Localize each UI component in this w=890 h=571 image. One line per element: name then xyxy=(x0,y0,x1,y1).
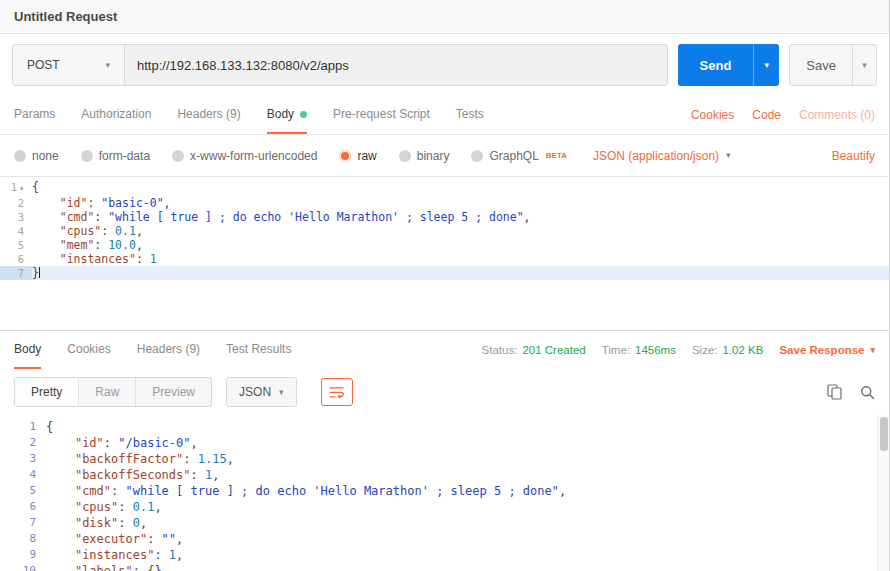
body-content-dot xyxy=(300,111,307,118)
text-cursor xyxy=(39,267,40,278)
size-label: Size: xyxy=(692,344,718,356)
code-line-4: 4 "backoffSeconds": 1, xyxy=(0,467,889,483)
code-text[interactable]: "disk": 0, xyxy=(46,515,147,531)
time-label: Time: xyxy=(602,344,630,356)
response-body-area: 1{2 "id": "/basic-0",3 "backoffFactor": … xyxy=(0,415,889,571)
response-body-editor[interactable]: 1{2 "id": "/basic-0",3 "backoffFactor": … xyxy=(0,419,889,571)
code-text[interactable]: "backoffFactor": 1.15, xyxy=(46,451,234,467)
tab-authorization[interactable]: Authorization xyxy=(81,96,151,134)
request-titlebar: Untitled Request xyxy=(0,0,889,34)
save-button[interactable]: Save ▾ xyxy=(789,44,877,86)
tab-headers[interactable]: Headers (9) xyxy=(177,96,240,134)
tab-label: Test Results xyxy=(226,342,291,356)
code-text[interactable]: "cpus": 0.1, xyxy=(32,224,143,238)
tab-label: Params xyxy=(14,107,55,121)
cookies-link[interactable]: Cookies xyxy=(691,108,734,122)
code-text[interactable]: } xyxy=(32,266,40,280)
body-type-urlencoded[interactable]: x-www-form-urlencoded xyxy=(172,149,317,163)
code-text[interactable]: "executor": "", xyxy=(46,531,183,547)
code-line-6: 6 "instances": 1 xyxy=(0,252,889,266)
response-toolbar: Pretty Raw Preview JSON ▾ xyxy=(0,369,889,415)
code-text[interactable]: "cpus": 0.1, xyxy=(46,499,162,515)
code-text[interactable]: "cmd": "while [ true ] ; do echo 'Hello … xyxy=(46,483,566,499)
code-text[interactable]: "cmd": "while [ true ] ; do echo 'Hello … xyxy=(32,210,531,224)
response-scrollbar[interactable] xyxy=(877,415,889,571)
view-pretty-button[interactable]: Pretty xyxy=(15,378,78,406)
size-pair: Size: 1.02 KB xyxy=(692,344,764,356)
chevron-down-icon: ▾ xyxy=(765,61,770,70)
send-button[interactable]: Send ▾ xyxy=(678,44,780,86)
tab-params[interactable]: Params xyxy=(14,96,55,134)
search-response-button[interactable] xyxy=(860,385,875,400)
wrap-text-button[interactable] xyxy=(321,378,353,406)
view-mode-group: Pretty Raw Preview xyxy=(14,377,212,407)
code-line-4: 4 "cpus": 0.1, xyxy=(0,224,889,238)
tab-label: Headers (9) xyxy=(177,107,240,121)
code-text[interactable]: "instances": 1, xyxy=(46,547,183,563)
code-line-8: 8 "executor": "", xyxy=(0,531,889,547)
tab-pre-request-script[interactable]: Pre-request Script xyxy=(333,96,430,134)
content-type-select[interactable]: JSON (application/json) ▾ xyxy=(593,149,731,163)
request-title: Untitled Request xyxy=(14,9,117,24)
code-text[interactable]: { xyxy=(46,419,53,435)
beautify-button[interactable]: Beautify xyxy=(832,149,875,163)
size-value: 1.02 KB xyxy=(723,344,764,356)
code-line-9: 9 "instances": 1, xyxy=(0,547,889,563)
code-text[interactable]: { xyxy=(32,180,39,196)
status-value: 201 Created xyxy=(522,344,585,356)
code-text[interactable]: "id": "basic-0", xyxy=(32,196,171,210)
body-type-form-data[interactable]: form-data xyxy=(81,149,150,163)
view-raw-button[interactable]: Raw xyxy=(78,378,135,406)
code-line-1: 1▾{ xyxy=(0,180,889,196)
code-text[interactable]: "labels": {}, xyxy=(46,563,169,571)
copy-response-button[interactable] xyxy=(827,384,842,400)
scrollbar-thumb[interactable] xyxy=(880,417,888,451)
editor-empty-area xyxy=(0,281,889,330)
code-line-6: 6 "cpus": 0.1, xyxy=(0,499,889,515)
tab-label: Body xyxy=(14,342,41,356)
response-tab-body[interactable]: Body xyxy=(14,331,41,369)
code-text[interactable]: "instances": 1 xyxy=(32,252,157,266)
method-select[interactable]: POST ▾ xyxy=(13,45,125,85)
body-type-graphql[interactable]: GraphQL BETA xyxy=(471,149,567,163)
code-link[interactable]: Code xyxy=(752,108,781,122)
view-preview-button[interactable]: Preview xyxy=(135,378,211,406)
radio-icon xyxy=(81,150,93,162)
code-text[interactable]: "mem": 10.0, xyxy=(32,238,143,252)
code-text[interactable]: "backoffSeconds": 1, xyxy=(46,467,219,483)
request-body-editor[interactable]: 1▾{2 "id": "basic-0",3 "cmd": "while [ t… xyxy=(0,177,889,281)
body-type-raw[interactable]: raw xyxy=(339,149,376,163)
code-text[interactable]: "id": "/basic-0", xyxy=(46,435,198,451)
tab-label: Tests xyxy=(456,107,484,121)
tab-tests[interactable]: Tests xyxy=(456,96,484,134)
code-line-5: 5 "mem": 10.0, xyxy=(0,238,889,252)
line-number: 3 xyxy=(0,451,46,467)
radio-icon xyxy=(172,150,184,162)
url-group: POST ▾ xyxy=(12,44,668,86)
url-input[interactable] xyxy=(125,45,667,85)
status-pair: Status: 201 Created xyxy=(482,344,586,356)
tab-body[interactable]: Body xyxy=(267,96,307,134)
response-tab-test-results[interactable]: Test Results xyxy=(226,331,291,369)
chevron-down-icon: ▾ xyxy=(870,346,875,355)
option-label: binary xyxy=(417,149,450,163)
fold-caret-icon[interactable]: ▾ xyxy=(19,184,24,193)
save-options-button[interactable]: ▾ xyxy=(852,45,876,85)
comments-link[interactable]: Comments (0) xyxy=(799,108,875,122)
send-options-button[interactable]: ▾ xyxy=(753,44,779,86)
radio-selected-icon xyxy=(339,150,351,162)
body-type-none[interactable]: none xyxy=(14,149,59,163)
response-language-select[interactable]: JSON ▾ xyxy=(226,377,297,407)
response-meta: Status: 201 Created Time: 1456ms Size: 1… xyxy=(482,344,875,356)
copy-icon xyxy=(827,384,842,400)
line-number: 3 xyxy=(0,210,32,224)
content-type-value: JSON (application/json) xyxy=(593,149,719,163)
response-tab-cookies[interactable]: Cookies xyxy=(67,331,110,369)
tab-label: Body xyxy=(267,107,294,121)
chevron-down-icon: ▾ xyxy=(862,61,867,70)
body-type-binary[interactable]: binary xyxy=(399,149,450,163)
line-number: 6 xyxy=(0,252,32,266)
save-response-button[interactable]: Save Response ▾ xyxy=(779,344,875,356)
code-line-2: 2 "id": "basic-0", xyxy=(0,196,889,210)
response-tab-headers[interactable]: Headers (9) xyxy=(137,331,200,369)
